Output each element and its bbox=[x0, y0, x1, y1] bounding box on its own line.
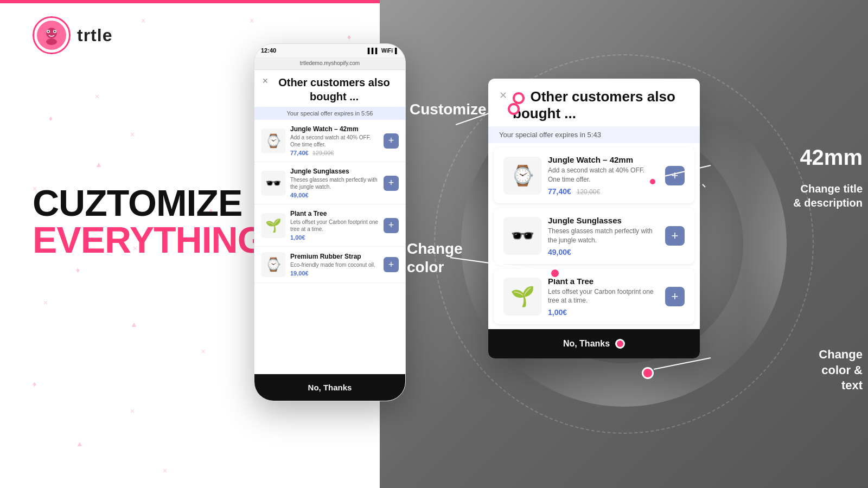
desktop-product-info: Jungle Watch – 42mm Add a second watch a… bbox=[548, 155, 659, 196]
logo-area: trtle bbox=[33, 16, 112, 54]
svg-point-6 bbox=[46, 38, 57, 45]
desktop-product-desc: Theses glasses match perfectly with the … bbox=[548, 227, 659, 245]
phone-product-price: 1,00€ bbox=[290, 234, 379, 241]
desktop-product-info: Jungle Sunglasses Theses glasses match p… bbox=[548, 216, 659, 256]
change-color-annotation: Changecolor bbox=[407, 240, 463, 276]
desktop-product-image: 🌱 bbox=[503, 278, 541, 316]
phone-add-button[interactable]: + bbox=[384, 257, 399, 272]
svg-point-5 bbox=[54, 31, 56, 33]
annotation-dot-no-thanks bbox=[642, 367, 654, 379]
phone-offer-bar: Your special offer expires in 5:56 bbox=[254, 107, 405, 120]
desktop-product-desc: Lets offset your Carbon footprint one tr… bbox=[548, 287, 659, 306]
phone-product-item: ⌚ Jungle Watch – 42mm Add a second watch… bbox=[254, 120, 405, 162]
desktop-product-item: 🕶️ Jungle Sunglasses Theses glasses matc… bbox=[494, 208, 694, 265]
change-title-annotation: Change title& description bbox=[793, 182, 863, 210]
desktop-no-thanks-dot bbox=[615, 339, 625, 349]
desktop-product-desc: Add a second watch at 40% OFF. One time … bbox=[548, 166, 659, 184]
annotation-dot-color bbox=[549, 267, 561, 279]
change-color-text-annotation: Changecolor &text bbox=[819, 347, 863, 394]
signal-icon: ▌▌▌ bbox=[368, 48, 379, 54]
phone-mockup: 12:40 ▌▌▌ WiFi ▌ trtledemo.myshopify.com… bbox=[254, 43, 406, 401]
desktop-product-image: 🕶️ bbox=[503, 217, 541, 255]
phone-product-item: 🌱 Plant a Tree Lets offset your Carbon f… bbox=[254, 204, 405, 247]
phone-modal-title: Other customers also bought ... bbox=[271, 75, 398, 104]
desktop-add-button[interactable]: + bbox=[665, 287, 685, 306]
desktop-modal: ✕ Other customers also bought ... Your s… bbox=[488, 79, 700, 358]
phone-product-name: Jungle Sunglasses bbox=[290, 168, 379, 175]
phone-product-item: 🕶️ Jungle Sunglasses Theses glasses matc… bbox=[254, 162, 405, 204]
heading-everything: EVERYTHING bbox=[33, 221, 266, 258]
logo-avatar bbox=[33, 16, 71, 54]
phone-product-desc: Theses glasses match perfectly with the … bbox=[290, 176, 379, 190]
desktop-add-button[interactable]: + bbox=[665, 166, 685, 185]
phone-product-info: Plant a Tree Lets offset your Carbon foo… bbox=[290, 210, 379, 241]
phone-product-name: Premium Rubber Strap bbox=[290, 253, 379, 260]
phone-product-item: ⌚ Premium Rubber Strap Eco-friendly made… bbox=[254, 247, 405, 283]
phone-product-info: Jungle Watch – 42mm Add a second watch a… bbox=[290, 125, 379, 156]
svg-point-4 bbox=[48, 31, 49, 33]
desktop-product-item: ⌚ Jungle Watch – 42mm Add a second watch… bbox=[494, 147, 694, 204]
phone-product-info: Premium Rubber Strap Eco-friendly made f… bbox=[290, 253, 379, 277]
desktop-add-button[interactable]: + bbox=[665, 226, 685, 246]
phone-add-button[interactable]: + bbox=[384, 176, 399, 191]
phone-no-thanks-button[interactable]: No, Thanks bbox=[254, 374, 405, 401]
wifi-icon: WiFi bbox=[381, 48, 393, 54]
phone-product-image: 🌱 bbox=[261, 213, 286, 238]
main-heading-area: CUZTOMIZE EVERYTHING bbox=[33, 184, 266, 258]
desktop-close-button[interactable]: ✕ bbox=[499, 89, 507, 101]
phone-product-price: 77,40€ 129,00€ bbox=[290, 150, 379, 156]
phone-product-image: 🕶️ bbox=[261, 171, 286, 196]
phone-product-image: ⌚ bbox=[261, 252, 286, 277]
phone-product-price: 49,00€ bbox=[290, 192, 379, 198]
logo-text: trtle bbox=[77, 25, 112, 46]
phone-product-image: ⌚ bbox=[261, 129, 286, 153]
phone-time: 12:40 bbox=[261, 47, 276, 54]
phone-add-button[interactable]: + bbox=[384, 133, 399, 149]
desktop-no-thanks-label: No, Thanks bbox=[563, 339, 610, 349]
phone-offer-text: Your special offer expires in 5:56 bbox=[287, 110, 373, 117]
desktop-no-thanks-button[interactable]: No, Thanks bbox=[488, 329, 700, 358]
phone-product-list: ⌚ Jungle Watch – 42mm Add a second watch… bbox=[254, 120, 405, 283]
phone-product-name: Plant a Tree bbox=[290, 210, 379, 217]
annotation-dot-product bbox=[648, 177, 657, 186]
desktop-product-price: 1,00€ bbox=[548, 308, 659, 317]
desktop-offer-text: Your special offer expires in 5:43 bbox=[499, 131, 601, 139]
logo-icon bbox=[40, 23, 63, 47]
phone-product-name: Jungle Watch – 42mm bbox=[290, 125, 379, 133]
desktop-modal-title: Other customers also bought ... bbox=[513, 88, 675, 121]
phone-product-desc: Lets offset your Carbon footprint one tr… bbox=[290, 219, 379, 233]
phone-product-info: Jungle Sunglasses Theses glasses match p… bbox=[290, 168, 379, 198]
phone-signal: ▌▌▌ WiFi ▌ bbox=[368, 48, 399, 54]
phone-product-price: 19,00€ bbox=[290, 270, 379, 277]
phone-url: trtledemo.myshopify.com bbox=[300, 60, 360, 66]
svg-point-1 bbox=[46, 28, 57, 38]
phone-product-desc: Eco-friendly made from coconut oil. bbox=[290, 261, 379, 268]
customize-title-annotation: Customize title bbox=[410, 100, 518, 119]
desktop-product-list: ⌚ Jungle Watch – 42mm Add a second watch… bbox=[488, 143, 700, 329]
phone-close-button[interactable]: ✕ bbox=[262, 76, 269, 85]
desktop-product-name: Jungle Sunglasses bbox=[548, 216, 659, 225]
battery-icon: ▌ bbox=[395, 48, 399, 54]
desktop-product-price: 77,40€ 120,00€ bbox=[548, 187, 659, 196]
desktop-product-name: Jungle Watch – 42mm bbox=[548, 155, 659, 164]
phone-status-bar: 12:40 ▌▌▌ WiFi ▌ bbox=[254, 44, 405, 57]
phone-url-bar: trtledemo.myshopify.com bbox=[254, 57, 405, 70]
phone-modal-header: ✕ Other customers also bought ... bbox=[254, 70, 405, 107]
desktop-product-item: 🌱 Plant a Tree Lets offset your Carbon f… bbox=[494, 269, 694, 325]
desktop-modal-header: ✕ Other customers also bought ... bbox=[488, 79, 700, 126]
desktop-product-old-price: 120,00€ bbox=[577, 188, 600, 196]
logo-avatar-inner bbox=[37, 21, 66, 50]
phone-product-old-price: 129,00€ bbox=[312, 150, 334, 156]
phone-modal: ✕ Other customers also bought ... Your s… bbox=[254, 70, 405, 401]
heading-customize: CUZTOMIZE bbox=[33, 184, 266, 221]
desktop-product-name: Plant a Tree bbox=[548, 277, 659, 286]
phone-product-desc: Add a second watch at 40% OFF. One time … bbox=[290, 134, 379, 148]
desktop-product-price: 49,00€ bbox=[548, 248, 659, 256]
annotation-dot-title bbox=[508, 103, 520, 115]
size-42mm-annotation: 42mm bbox=[800, 145, 863, 170]
desktop-product-info: Plant a Tree Lets offset your Carbon foo… bbox=[548, 277, 659, 317]
phone-add-button[interactable]: + bbox=[384, 218, 399, 233]
desktop-product-image: ⌚ bbox=[503, 157, 541, 195]
desktop-offer-bar: Your special offer expires in 5:43 bbox=[488, 126, 700, 143]
